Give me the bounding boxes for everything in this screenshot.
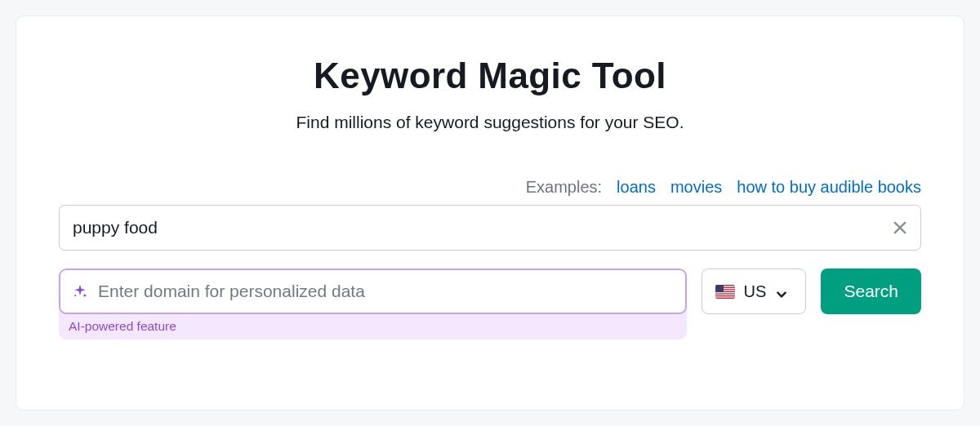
example-link-audible[interactable]: how to buy audible books bbox=[737, 178, 921, 197]
sparkle-icon bbox=[72, 283, 88, 300]
examples-row: Examples: loans movies how to buy audibl… bbox=[59, 178, 921, 197]
clear-icon[interactable] bbox=[893, 220, 907, 235]
example-link-movies[interactable]: movies bbox=[670, 178, 722, 197]
us-flag-icon bbox=[715, 285, 735, 299]
chevron-down-icon bbox=[776, 286, 787, 297]
keyword-input[interactable] bbox=[73, 218, 893, 237]
examples-label: Examples: bbox=[526, 178, 602, 197]
page-subtitle: Find millions of keyword suggestions for… bbox=[59, 113, 921, 132]
country-label: US bbox=[743, 282, 766, 301]
svg-rect-6 bbox=[715, 292, 735, 293]
search-button[interactable]: Search bbox=[821, 268, 921, 314]
svg-rect-8 bbox=[715, 296, 735, 297]
ai-feature-badge: AI-powered feature bbox=[59, 314, 687, 339]
domain-input[interactable] bbox=[98, 282, 674, 301]
svg-rect-7 bbox=[715, 294, 735, 295]
page-title: Keyword Magic Tool bbox=[59, 55, 921, 96]
svg-rect-9 bbox=[715, 285, 724, 292]
country-selector[interactable]: US bbox=[702, 268, 806, 314]
tool-card: Keyword Magic Tool Find millions of keyw… bbox=[16, 16, 964, 410]
second-row: AI-powered feature US bbox=[59, 268, 921, 339]
keyword-input-container[interactable] bbox=[59, 205, 921, 251]
example-link-loans[interactable]: loans bbox=[617, 178, 656, 197]
domain-block: AI-powered feature bbox=[59, 268, 687, 339]
domain-input-container[interactable] bbox=[59, 268, 687, 314]
